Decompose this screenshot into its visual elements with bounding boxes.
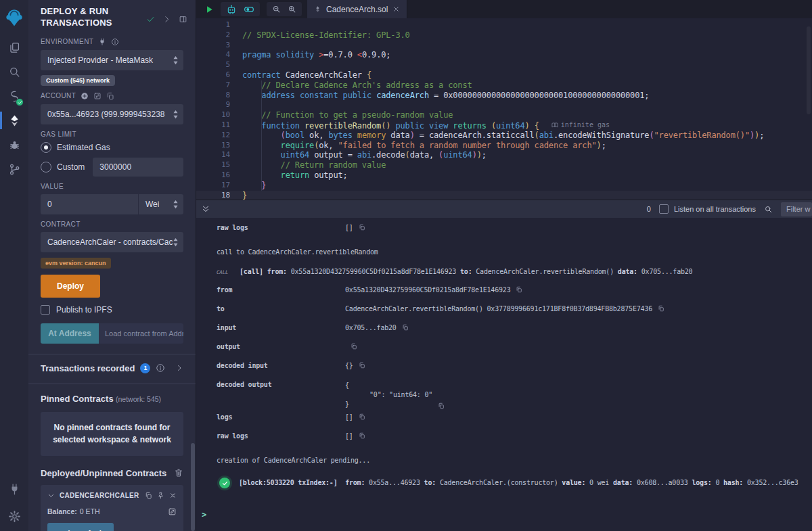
deployed-contracts-title: Deployed/Unpinned Contracts xyxy=(41,468,166,478)
panel-header: DEPLOY & RUN TRANSACTIONS xyxy=(28,0,196,30)
editor-scrollbar[interactable] xyxy=(807,26,811,114)
terminal-kv-row: decoded output{"0": "uint64: 0"} xyxy=(196,381,812,413)
line-number: 18 xyxy=(196,191,230,200)
value-unit-select[interactable]: Wei xyxy=(139,194,183,214)
editor-toolbar: CadenceArch.sol xyxy=(196,0,812,18)
code-line: 17 } xyxy=(196,181,812,191)
environment-select[interactable]: Injected Provider - MetaMask xyxy=(41,50,183,70)
pinned-empty-message: No pinned contracts found for selected w… xyxy=(41,412,183,456)
at-address-button[interactable]: At Address xyxy=(41,323,99,344)
contract-instance-name: CADENCEARCHCALER AT 0X377...E7436 xyxy=(60,492,140,499)
code-line: 3 xyxy=(196,41,812,51)
contract-function-button-cadencearch[interactable]: cadenceArch xyxy=(47,523,114,531)
value-input[interactable]: 0 xyxy=(41,194,138,214)
evm-version-badge: evm version: cancun xyxy=(41,258,111,269)
plugin-manager-icon[interactable] xyxy=(0,476,28,503)
code-editor[interactable]: 12// SPDX-License-Identifier: GPL-3.034p… xyxy=(196,18,812,200)
custom-gas-input[interactable]: 3000000 xyxy=(93,158,183,177)
copy-icon[interactable] xyxy=(359,413,365,420)
copy-icon[interactable] xyxy=(351,343,357,350)
file-explorer-icon[interactable] xyxy=(0,35,28,60)
at-address-input[interactable]: Load contract from Addres xyxy=(99,323,183,344)
ai-assistant-icon[interactable] xyxy=(226,4,237,15)
estimated-gas-row: Estimated Gas xyxy=(41,142,183,153)
line-number: 16 xyxy=(196,170,230,181)
contract-value: CadenceArchCaler - contracts/Cac xyxy=(47,237,173,247)
account-select[interactable]: 0x55a...46923 (999.9999453238 xyxy=(41,104,183,124)
edit-icon[interactable] xyxy=(168,507,177,516)
close-tab-icon[interactable] xyxy=(392,5,400,13)
trash-icon[interactable] xyxy=(174,468,183,478)
publish-ipfs-checkbox[interactable] xyxy=(41,305,50,315)
tab-cadencearch-sol[interactable]: CadenceArch.sol xyxy=(307,0,407,18)
solidity-compiler-icon[interactable] xyxy=(0,84,28,108)
chevron-right-icon[interactable] xyxy=(175,364,183,372)
custom-gas-radio[interactable] xyxy=(41,162,51,172)
settings-icon[interactable] xyxy=(0,503,28,530)
line-number: 17 xyxy=(196,181,230,191)
publish-ipfs-row: Publish to IPFS xyxy=(41,305,183,315)
terminal-prompt[interactable]: > xyxy=(196,510,812,520)
add-account-icon[interactable] xyxy=(81,92,89,100)
collapse-terminal-icon[interactable] xyxy=(202,205,210,213)
debugger-icon[interactable] xyxy=(0,133,28,157)
pinned-network-label: (network: 545) xyxy=(116,395,161,403)
run-script-icon[interactable] xyxy=(204,5,214,14)
copy-icon[interactable] xyxy=(145,492,152,499)
git-icon[interactable] xyxy=(0,157,28,181)
code-line: 12 (bool ok, bytes memory data) = cadenc… xyxy=(196,131,812,141)
copy-icon[interactable] xyxy=(402,324,409,331)
estimated-gas-radio[interactable] xyxy=(41,142,51,153)
copy-icon[interactable] xyxy=(516,286,522,293)
info-icon[interactable] xyxy=(156,363,165,373)
copy-icon[interactable] xyxy=(438,402,445,409)
line-number: 4 xyxy=(196,50,230,60)
zoom-in-icon[interactable] xyxy=(288,5,296,14)
panel-title: DEPLOY & RUN TRANSACTIONS xyxy=(41,6,134,29)
code-line: 7 // Declare Cadence Arch's address as a… xyxy=(196,80,812,91)
copy-icon[interactable] xyxy=(359,432,365,439)
pin-icon[interactable] xyxy=(157,492,164,499)
terminal-kv-row: input0x705...fab20 xyxy=(196,324,812,343)
copy-icon[interactable] xyxy=(359,362,365,369)
code-line: 2// SPDX-License-Identifier: GPL-3.0 xyxy=(196,30,812,41)
terminal-block-row[interactable]: [block:5033220 txIndex:-] from: 0x55a...… xyxy=(196,479,812,488)
chevron-down-icon[interactable] xyxy=(47,492,55,499)
sign-message-icon[interactable] xyxy=(93,92,102,100)
terminal-content[interactable]: raw logs[]call to CadenceArchCaler.rever… xyxy=(196,218,812,531)
activity-bar-bottom xyxy=(0,476,28,531)
terminal-key: raw logs xyxy=(217,224,345,231)
terminal-header: 0 Listen on all transactions Filter w xyxy=(196,200,812,218)
code-text: } xyxy=(230,191,247,200)
search-icon[interactable] xyxy=(0,60,28,84)
copy-icon[interactable] xyxy=(658,305,664,312)
contract-select[interactable]: CadenceArchCaler - contracts/Cac xyxy=(41,232,183,252)
divider xyxy=(28,384,196,384)
terminal-kv-row: decoded input{} xyxy=(196,362,812,381)
deployed-contracts-header: Deployed/Unpinned Contracts xyxy=(41,468,183,478)
listen-checkbox[interactable] xyxy=(659,204,669,214)
ai-toggle-icon[interactable] xyxy=(244,4,254,15)
contract-card-header: CADENCEARCHCALER AT 0X377...E7436 xyxy=(47,492,177,499)
deploy-and-run-icon[interactable] xyxy=(0,108,28,133)
terminal-filter-input[interactable]: Filter w xyxy=(781,202,812,216)
zoom-out-icon[interactable] xyxy=(272,5,281,14)
code-line: 14 uint64 output = abi.decode(data, (uin… xyxy=(196,150,812,160)
info-icon[interactable] xyxy=(111,38,119,46)
publish-ipfs-label: Publish to IPFS xyxy=(56,305,112,315)
copy-icon[interactable] xyxy=(359,224,365,231)
chevron-right-icon[interactable] xyxy=(162,15,171,24)
terminal-value: [] xyxy=(345,413,365,421)
terminal-call-row[interactable]: CALL[call] from: 0x55a1320D432759960C5Df… xyxy=(196,268,812,275)
terminal-search-icon[interactable] xyxy=(764,205,773,214)
close-icon[interactable] xyxy=(169,492,177,499)
deploy-button[interactable]: Deploy xyxy=(41,275,100,298)
remix-logo-icon[interactable] xyxy=(0,3,28,32)
code-line: 6contract CadenceArchCaler { xyxy=(196,70,812,80)
code-line: 5 xyxy=(196,60,812,70)
call-badge: CALL xyxy=(217,268,231,275)
panel-scrollbar[interactable] xyxy=(191,443,195,531)
pin-panel-icon[interactable] xyxy=(179,15,187,24)
plug-icon[interactable] xyxy=(98,38,106,46)
copy-account-icon[interactable] xyxy=(106,92,114,100)
